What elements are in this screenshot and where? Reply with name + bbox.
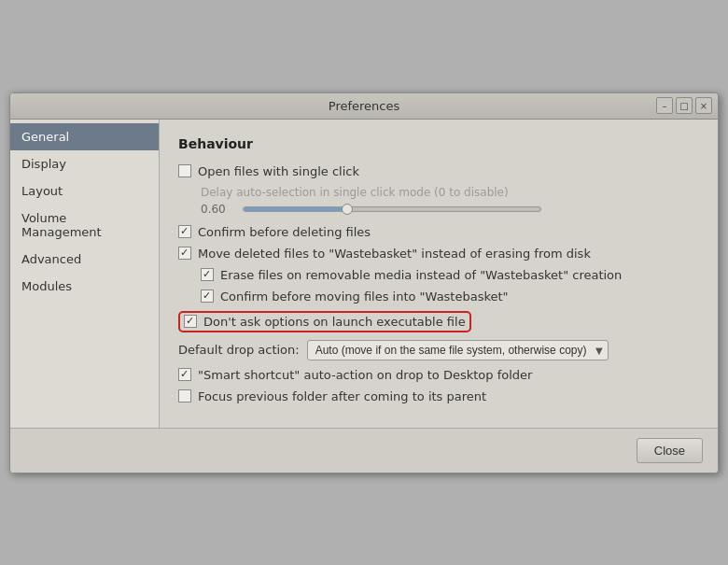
smart-shortcut-checkbox[interactable] [178,368,191,381]
slider-track[interactable] [243,206,541,212]
sidebar-item-general[interactable]: General [10,123,159,150]
confirm-moving-row: Confirm before moving files into "Wasteb… [201,290,699,304]
move-wastebasket-row: Move deleted files to "Wastebasket" inst… [178,247,699,261]
slider-row: 0.60 [201,203,699,216]
dont-ask-launch-checkbox[interactable] [184,315,197,328]
move-wastebasket-checkbox[interactable] [178,247,191,260]
minimize-button[interactable]: – [656,97,673,114]
section-title: Behaviour [178,136,699,151]
focus-previous-label[interactable]: Focus previous folder after coming to it… [198,389,486,403]
preferences-window: Preferences – □ × General Display Layout… [9,92,719,473]
close-button-titlebar[interactable]: × [695,97,712,114]
smart-shortcut-label[interactable]: "Smart shortcut" auto-action on drop to … [198,368,532,382]
dont-ask-launch-highlighted-row: Don't ask options on launch executable f… [178,311,471,332]
focus-previous-checkbox[interactable] [178,389,191,403]
erase-removable-checkbox[interactable] [201,268,214,281]
footer: Close [10,428,718,473]
default-drop-label: Default drop action: [178,343,300,357]
close-button[interactable]: Close [637,438,703,463]
sidebar-item-advanced[interactable]: Advanced [10,246,159,273]
default-drop-select[interactable]: Auto (move if on the same file system, o… [307,340,609,360]
slider-thumb[interactable] [342,204,353,215]
main-panel: Behaviour Open files with single click D… [160,120,718,428]
confirm-moving-label[interactable]: Confirm before moving files into "Wasteb… [220,290,509,304]
confirm-delete-checkbox[interactable] [178,225,191,238]
sidebar-item-display[interactable]: Display [10,150,159,177]
move-wastebasket-label[interactable]: Move deleted files to "Wastebasket" inst… [198,247,591,261]
content-area: General Display Layout Volume Management… [10,120,718,428]
slider-value: 0.60 [201,203,233,216]
open-single-click-checkbox[interactable] [178,164,191,177]
focus-previous-row: Focus previous folder after coming to it… [178,389,699,403]
sidebar-item-layout[interactable]: Layout [10,177,159,205]
confirm-delete-label[interactable]: Confirm before deleting files [198,225,371,239]
confirm-delete-row: Confirm before deleting files [178,225,699,239]
erase-removable-label[interactable]: Erase files on removable media instead o… [220,268,622,282]
sidebar: General Display Layout Volume Management… [10,120,160,428]
default-drop-row: Default drop action: Auto (move if on th… [178,340,699,360]
slider-fill [244,207,347,211]
smart-shortcut-row: "Smart shortcut" auto-action on drop to … [178,368,699,382]
sidebar-item-modules[interactable]: Modules [10,273,159,300]
default-drop-dropdown-wrapper: Auto (move if on the same file system, o… [307,340,609,360]
delay-autoselect-label: Delay auto-selection in single click mod… [201,186,699,199]
titlebar: Preferences – □ × [10,93,718,120]
titlebar-controls: – □ × [656,97,712,114]
sidebar-item-volume-management[interactable]: Volume Management [10,205,159,246]
confirm-moving-checkbox[interactable] [201,290,214,303]
window-title: Preferences [72,99,656,113]
open-single-click-row: Open files with single click [178,164,699,178]
erase-removable-row: Erase files on removable media instead o… [201,268,699,282]
open-single-click-label[interactable]: Open files with single click [198,164,359,178]
maximize-button[interactable]: □ [676,97,693,114]
dont-ask-launch-label[interactable]: Don't ask options on launch executable f… [203,315,466,329]
